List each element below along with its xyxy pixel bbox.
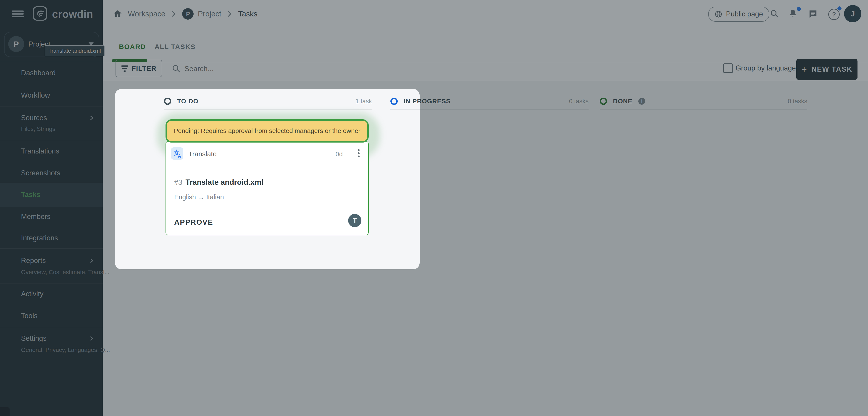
help-icon[interactable]: ? xyxy=(828,9,840,20)
notifications-bell-icon[interactable] xyxy=(788,9,798,19)
task-duration: 0d xyxy=(336,150,343,158)
breadcrumb: Workspace P Project Tasks xyxy=(128,10,257,18)
sidebar-item-label: Screenshots xyxy=(21,169,60,177)
project-avatar: P xyxy=(8,36,24,52)
breadcrumb-workspace[interactable]: Workspace xyxy=(128,9,165,18)
column-count: 1 task xyxy=(355,98,372,105)
sidebar-item-label: Workflow xyxy=(21,91,50,99)
column-header-done: DONE i 0 tasks xyxy=(600,96,807,107)
tab-all-tasks[interactable]: ALL TASKS xyxy=(155,43,195,50)
chevron-right-icon xyxy=(89,115,95,121)
task-language-pair: English → Italian xyxy=(174,194,224,201)
sidebar-item-label: Dashboard xyxy=(21,69,56,77)
crowdin-app: crowdin P Project Dashboard Workflow Sou… xyxy=(0,0,868,416)
sidebar-item-reports[interactable]: Reports xyxy=(0,252,103,269)
column-header-in-progress: IN PROGRESS 0 tasks xyxy=(391,96,589,107)
column-count: 0 tasks xyxy=(569,98,589,105)
sidebar-item-sub: Files, Strings xyxy=(21,126,55,133)
messages-icon[interactable] xyxy=(808,9,818,19)
user-avatar[interactable]: J xyxy=(844,5,861,22)
task-card[interactable]: A Translate 0d #3 Translate android.xml … xyxy=(165,141,369,235)
group-by-language-label[interactable]: Group by language xyxy=(736,64,796,72)
column-count: 0 tasks xyxy=(788,98,807,105)
sidebar-item-sub: General, Privacy, Languages, Q... xyxy=(21,346,110,353)
pending-tooltip: Pending: Requires approval from selected… xyxy=(165,119,369,143)
sidebar-item-label: Settings xyxy=(21,334,46,343)
new-task-button[interactable]: + NEW TASK xyxy=(796,59,858,80)
task-ref: #3 xyxy=(174,178,182,186)
sidebar-item-label: Members xyxy=(21,213,51,221)
sidebar-item-tasks[interactable]: Tasks xyxy=(0,186,103,203)
chevron-right-icon xyxy=(89,336,95,341)
sidebar-item-activity[interactable]: Activity xyxy=(0,286,103,302)
sidebar: crowdin P Project Dashboard Workflow Sou… xyxy=(0,0,103,416)
column-header-todo: TO DO 1 task xyxy=(164,96,372,107)
sidebar-item-label: Reports xyxy=(21,256,46,265)
chevron-right-icon xyxy=(227,10,232,18)
search-icon[interactable] xyxy=(770,9,779,18)
breadcrumb-current: Tasks xyxy=(238,9,257,18)
chevron-right-icon xyxy=(171,10,176,18)
help-glyph: ? xyxy=(832,11,836,18)
assignee-avatar[interactable]: T xyxy=(348,214,362,227)
column-label: TO DO xyxy=(177,98,198,105)
sidebar-item-label: Integrations xyxy=(21,234,58,242)
search-input[interactable] xyxy=(184,62,345,75)
home-icon[interactable] xyxy=(113,9,122,18)
chat-launcher[interactable] xyxy=(0,407,9,416)
sidebar-item-translations[interactable]: Translations xyxy=(0,143,103,160)
sidebar-divider xyxy=(0,283,103,283)
done-status-icon xyxy=(600,98,607,105)
sidebar-item-sub: Overview, Cost estimate, Transl... xyxy=(21,269,110,276)
filter-button[interactable]: FILTER xyxy=(116,60,162,77)
sidebar-divider xyxy=(0,248,103,249)
plus-icon: + xyxy=(802,64,807,75)
sidebar-item-sources[interactable]: Sources xyxy=(0,110,103,126)
column-divider xyxy=(391,109,589,110)
column-divider xyxy=(164,109,372,110)
sidebar-item-label: Tools xyxy=(21,312,37,320)
sidebar-item-tools[interactable]: Tools xyxy=(0,308,103,324)
task-type-label: Translate xyxy=(188,150,217,158)
sidebar-divider xyxy=(0,61,103,61)
task-title[interactable]: Translate android.xml xyxy=(186,178,264,186)
project-tooltip: Translate android.xml xyxy=(45,45,104,56)
card-divider xyxy=(174,210,360,210)
chevron-down-icon xyxy=(89,42,94,45)
sidebar-divider xyxy=(0,84,103,84)
column-label: IN PROGRESS xyxy=(404,98,451,105)
search-icon xyxy=(172,64,181,73)
breadcrumb-project[interactable]: Project xyxy=(198,9,221,18)
translate-type-icon: A xyxy=(171,147,183,160)
group-by-language-checkbox[interactable] xyxy=(723,63,733,73)
approve-button[interactable]: APPROVE xyxy=(174,218,213,227)
sidebar-item-integrations[interactable]: Integrations xyxy=(0,230,103,246)
kebab-menu-icon[interactable] xyxy=(358,148,360,159)
chevron-right-icon xyxy=(89,258,95,264)
column-label: DONE xyxy=(613,98,632,105)
public-page-button[interactable]: Public page xyxy=(708,7,769,22)
sidebar-item-members[interactable]: Members xyxy=(0,208,103,225)
sidebar-item-screenshots[interactable]: Screenshots xyxy=(0,165,103,181)
sidebar-item-workflow[interactable]: Workflow xyxy=(0,87,103,104)
public-page-label: Public page xyxy=(726,10,763,18)
sidebar-item-label: Activity xyxy=(21,290,43,298)
sidebar-item-label: Sources xyxy=(21,114,47,122)
info-icon[interactable]: i xyxy=(638,98,645,105)
filter-label: FILTER xyxy=(132,65,157,72)
sidebar-item-label: Tasks xyxy=(21,190,41,199)
sidebar-item-settings[interactable]: Settings xyxy=(0,330,103,347)
hamburger-menu-button[interactable] xyxy=(12,9,24,18)
crowdin-logo-wordmark: crowdin xyxy=(52,8,93,20)
new-task-label: NEW TASK xyxy=(811,65,852,73)
sidebar-item-dashboard[interactable]: Dashboard xyxy=(0,65,103,81)
svg-text:A: A xyxy=(178,153,181,159)
in-progress-status-icon xyxy=(391,98,398,105)
todo-status-icon xyxy=(164,98,171,105)
notification-dot xyxy=(837,6,841,10)
tab-board[interactable]: BOARD xyxy=(119,43,146,50)
sidebar-item-label: Translations xyxy=(21,147,59,155)
column-divider xyxy=(600,109,807,110)
sidebar-divider xyxy=(0,140,103,140)
filter-icon xyxy=(121,64,128,73)
